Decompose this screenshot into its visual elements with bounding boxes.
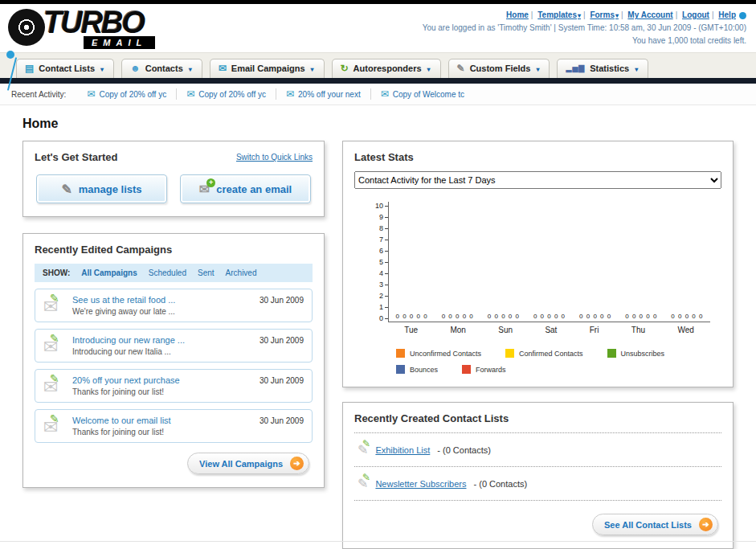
campaign-date: 30 Jun 2009 xyxy=(259,336,304,345)
header: TURBO EMAIL Home| Templates| Forms| My A… xyxy=(0,4,756,52)
x-tick: Sat xyxy=(545,326,557,334)
page-title: Home xyxy=(22,117,734,131)
nav-tab-contact-lists[interactable]: ▤ Contact Lists xyxy=(16,59,114,78)
show-label: SHOW: xyxy=(43,268,70,277)
filter-tab-archived[interactable]: Archived xyxy=(226,268,257,277)
header-link-forms[interactable]: Forms xyxy=(590,10,619,19)
recent-activity-item[interactable]: Copy of 20% off yc xyxy=(77,88,177,100)
see-all-contact-lists-button[interactable]: See All Contact Lists xyxy=(592,514,718,535)
statistics-icon: ▂▅▇ xyxy=(566,65,585,72)
x-tick: Fri xyxy=(590,326,599,334)
logo-blue-dot xyxy=(6,51,14,59)
x-tick: Tue xyxy=(404,326,418,334)
main-content: Home Let's Get Started Switch to Quick L… xyxy=(0,105,756,549)
nav-tab-label: Contacts xyxy=(145,64,183,73)
nav-tab-contacts[interactable]: ☻ Contacts xyxy=(121,59,202,78)
chevron-down-icon xyxy=(188,64,192,73)
filter-tab-all-campaigns[interactable]: All Campaigns xyxy=(81,268,137,277)
nav-tab-label: Statistics xyxy=(590,64,629,73)
pencil-icon xyxy=(61,182,72,197)
contact-lists-title: Recently Created Contact Lists xyxy=(354,412,721,424)
campaigns-panel: Recently Edited Campaigns SHOW: All Camp… xyxy=(22,233,325,488)
legend-item-bounces: Bounces xyxy=(396,365,438,374)
arrow-right-icon xyxy=(290,457,304,470)
header-link-templates[interactable]: Templates xyxy=(537,10,581,19)
recent-activity-item[interactable]: Copy of 20% off yc xyxy=(177,88,276,100)
right-column: Latest Stats Contact Activity for the La… xyxy=(342,141,734,549)
header-link-home[interactable]: Home xyxy=(506,10,529,19)
campaign-subtitle: We're giving away our late ... xyxy=(72,307,246,316)
recent-activity-item[interactable]: 20% off your next xyxy=(276,88,371,100)
header-links: Home| Templates| Forms| My Account| Logo… xyxy=(423,9,746,22)
create-email-button[interactable]: + create an email xyxy=(180,174,311,203)
campaign-subtitle: Thanks for joining our list! xyxy=(72,387,246,396)
campaign-row[interactable]: Introducing our new range ... Introducin… xyxy=(35,329,313,363)
help-dot-icon xyxy=(739,12,746,19)
campaign-subtitle: Introducing our new Italia ... xyxy=(72,347,246,356)
header-link-help[interactable]: Help xyxy=(718,10,736,19)
nav-tabs: ▤ Contact Lists ☻ Contacts ✉ Email Campa… xyxy=(16,59,756,78)
y-tick: 7 xyxy=(379,236,388,244)
envelope-plus-icon: + xyxy=(199,182,210,197)
login-info: You are logged in as 'Timothy Smith' | S… xyxy=(423,22,746,35)
contact-list-name-link[interactable]: Exhibition List xyxy=(375,445,430,455)
nav-tab-email-campaigns[interactable]: ✉ Email Campaigns xyxy=(210,59,325,78)
campaign-title-link[interactable]: See us at the retail food ... xyxy=(72,295,246,305)
list-pencil-icon xyxy=(358,476,368,491)
see-all-contact-lists-label: See All Contact Lists xyxy=(604,520,692,530)
nav-tab-label: Email Campaigns xyxy=(231,64,305,73)
envelope-pencil-icon xyxy=(43,297,58,318)
link-separator: | xyxy=(712,10,714,19)
y-tick: 9 xyxy=(379,213,388,221)
header-link-my-account[interactable]: My Account xyxy=(627,10,672,19)
chevron-down-icon xyxy=(427,64,431,73)
view-all-campaigns-button[interactable]: View All Campaigns xyxy=(187,453,309,474)
nav-tab-statistics[interactable]: ▂▅▇ Statistics xyxy=(557,59,648,78)
switch-quick-links-link[interactable]: Switch to Quick Links xyxy=(236,153,313,162)
filter-tab-scheduled[interactable]: Scheduled xyxy=(149,268,186,277)
chevron-down-icon xyxy=(634,64,638,73)
nav-tab-label: Custom Fields xyxy=(470,64,531,73)
custom-fields-icon: ✎ xyxy=(457,64,465,73)
turbo-email-logo: TURBO EMAIL xyxy=(6,7,239,52)
legend-swatch xyxy=(607,349,616,358)
legend-item-unconfirmed: Unconfirmed Contacts xyxy=(396,349,481,358)
contact-list-count: - (0 Contacts) xyxy=(437,445,491,455)
contact-list-item[interactable]: Newsletter Subscribers - (0 Contacts) xyxy=(354,467,721,501)
chart-plot-area: 0 0 0 0 0 0 0 0 0 0 0 0 0 0 0 0 0 0 0 0 … xyxy=(388,202,710,322)
stats-range-select[interactable]: Contact Activity for the Last 7 Days xyxy=(354,171,721,189)
nav-tab-autoresponders[interactable]: ↻ Autoresponders xyxy=(332,59,441,78)
y-tick: 0 xyxy=(379,314,388,322)
autoresponders-icon: ↻ xyxy=(341,64,349,73)
contact-lists-panel: Recently Created Contact Lists Exhibitio… xyxy=(342,402,734,549)
credits-info: You have 1,000 total credits left. xyxy=(423,35,746,47)
campaign-title-link[interactable]: Welcome to our email list xyxy=(72,416,246,425)
campaign-date: 30 Jun 2009 xyxy=(259,376,304,385)
recent-activity-item[interactable]: Copy of Welcome tc xyxy=(371,88,474,100)
legend-swatch xyxy=(462,365,471,374)
campaign-row[interactable]: Welcome to our email list Thanks for joi… xyxy=(35,409,313,443)
contact-list-item[interactable]: Exhibition List - (0 Contacts) xyxy=(354,433,721,467)
campaign-title-link[interactable]: Introducing our new range ... xyxy=(72,335,246,345)
filter-tab-sent[interactable]: Sent xyxy=(198,268,215,277)
nav-dark-strip xyxy=(0,78,756,84)
manage-lists-button[interactable]: manage lists xyxy=(36,174,167,203)
chevron-down-icon xyxy=(615,10,619,19)
campaign-row[interactable]: See us at the retail food ... We're givi… xyxy=(35,289,313,322)
link-separator: | xyxy=(621,10,623,19)
nav-tab-custom-fields[interactable]: ✎ Custom Fields xyxy=(448,59,550,78)
campaign-row[interactable]: 20% off your next purchase Thanks for jo… xyxy=(35,369,313,403)
y-tick: 8 xyxy=(379,224,388,232)
recent-activity-text: Copy of 20% off yc xyxy=(99,90,166,99)
contact-list-name-link[interactable]: Newsletter Subscribers xyxy=(375,479,466,489)
chart-value-labels: 0 0 0 0 0 0 0 0 0 0 0 0 0 0 0 0 0 0 0 0 … xyxy=(389,313,710,320)
recent-activity-bar: Recent Activity: Copy of 20% off yc Copy… xyxy=(0,84,756,105)
legend-label: Unsubscribes xyxy=(621,350,665,358)
campaign-date: 30 Jun 2009 xyxy=(259,296,304,305)
y-tick: 5 xyxy=(379,258,388,266)
campaign-title-link[interactable]: 20% off your next purchase xyxy=(72,375,246,385)
x-tick: Sun xyxy=(498,326,513,334)
manage-lists-label: manage lists xyxy=(79,183,142,195)
envelope-icon xyxy=(87,88,95,100)
header-link-logout[interactable]: Logout xyxy=(682,10,709,19)
